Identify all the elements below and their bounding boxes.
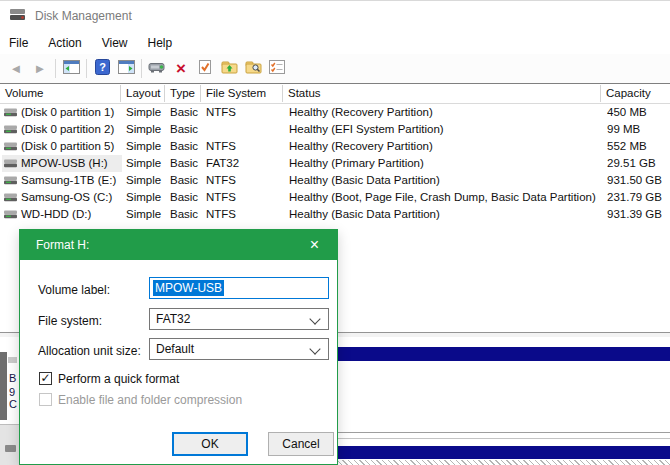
disk-panel-edge xyxy=(0,352,7,420)
quick-format-checkbox[interactable]: ✓ xyxy=(39,372,52,385)
selected-text: MPOW-USB xyxy=(153,280,224,296)
column-header-volume[interactable]: Volume xyxy=(0,85,121,102)
allocation-unit-value: Default xyxy=(156,342,194,356)
toolbar: ◄ ► ? × xyxy=(0,54,670,84)
window-title: Disk Management xyxy=(35,9,132,23)
file-system-cell: NTFS xyxy=(206,138,281,155)
status-cell: Healthy (Basic Data Partition) xyxy=(289,172,603,189)
disk-management-window: Disk Management File Action View Help ◄ … xyxy=(0,0,670,465)
allocation-unit-label: Allocation unit size: xyxy=(38,344,141,358)
properties-button[interactable] xyxy=(193,57,217,81)
disk-panel-text-fragment: 9 xyxy=(9,386,15,398)
type-cell: Basic xyxy=(170,121,202,138)
volume-icon xyxy=(4,159,17,168)
type-cell: Basic xyxy=(170,172,202,189)
cancel-button[interactable]: Cancel xyxy=(268,432,334,456)
volume-cell: (Disk 0 partition 2) xyxy=(2,121,122,138)
table-row[interactable]: (Disk 0 partition 5) Simple Basic NTFS H… xyxy=(0,138,670,155)
console-tree-button[interactable] xyxy=(59,57,83,81)
volume-cell: MPOW-USB (H:) xyxy=(2,155,122,172)
device-button[interactable] xyxy=(145,57,169,81)
volume-icon xyxy=(4,108,17,117)
capacity-cell: 552 MB xyxy=(607,138,669,155)
partition-bar[interactable] xyxy=(338,347,670,361)
list-rows: (Disk 0 partition 1) Simple Basic NTFS H… xyxy=(0,104,670,223)
status-cell: Healthy (EFI System Partition) xyxy=(289,121,603,138)
folder-explore-button[interactable] xyxy=(241,57,265,81)
action-pane-icon xyxy=(118,60,135,78)
file-system-dropdown[interactable]: FAT32 xyxy=(149,308,329,330)
volume-label-label: Volume label: xyxy=(38,283,110,297)
chevron-down-icon xyxy=(309,343,320,354)
table-row[interactable]: Samsung-1TB (E:) Simple Basic NTFS Healt… xyxy=(0,172,670,189)
folder-up-button[interactable] xyxy=(217,57,241,81)
column-header-file-system[interactable]: File System xyxy=(201,85,283,102)
compression-label: Enable file and folder compression xyxy=(58,393,242,407)
task-list-button[interactable] xyxy=(265,57,289,81)
type-cell: Basic xyxy=(170,189,202,206)
file-system-cell: FAT32 xyxy=(206,155,281,172)
partition-bar[interactable] xyxy=(338,446,670,459)
ok-button[interactable]: OK xyxy=(172,432,248,456)
volume-cell: (Disk 0 partition 5) xyxy=(2,138,122,155)
status-cell: Healthy (Primary Partition) xyxy=(289,155,603,172)
file-system-cell: NTFS xyxy=(206,189,281,206)
menu-action[interactable]: Action xyxy=(38,33,91,53)
delete-button[interactable]: × xyxy=(169,57,193,81)
window-titlebar: Disk Management xyxy=(0,1,670,31)
disk-icon-fragment xyxy=(5,445,16,452)
dialog-titlebar: Format H: × xyxy=(20,230,337,260)
layout-cell: Simple xyxy=(126,138,166,155)
status-cell: Healthy (Recovery Partition) xyxy=(289,138,603,155)
column-header-type[interactable]: Type xyxy=(165,85,201,102)
table-row[interactable]: WD-HDD (D:) Simple Basic NTFS Healthy (B… xyxy=(0,206,670,223)
back-button[interactable]: ◄ xyxy=(4,57,28,81)
volume-icon xyxy=(4,176,17,185)
disk-row-divider xyxy=(338,432,670,433)
volume-icon xyxy=(4,142,17,151)
volume-cell: Samsung-1TB (E:) xyxy=(2,172,122,189)
volume-icon xyxy=(4,193,17,202)
action-pane-button[interactable] xyxy=(114,57,138,81)
checkmark-icon: ✓ xyxy=(40,371,50,385)
check-document-icon xyxy=(198,59,212,79)
column-header-layout[interactable]: Layout xyxy=(121,85,165,102)
file-system-cell: NTFS xyxy=(206,206,281,223)
table-row[interactable]: (Disk 0 partition 2) Simple Basic Health… xyxy=(0,121,670,138)
chevron-down-icon xyxy=(309,313,320,324)
volume-icon xyxy=(4,125,17,134)
task-list-icon xyxy=(269,60,285,78)
menu-view[interactable]: View xyxy=(92,33,138,53)
capacity-cell: 931.39 GB xyxy=(607,206,669,223)
status-cell: Healthy (Boot, Page File, Crash Dump, Ba… xyxy=(289,189,603,206)
console-tree-icon xyxy=(63,60,80,78)
menu-help[interactable]: Help xyxy=(138,33,183,53)
capacity-cell: 29.51 GB xyxy=(607,155,669,172)
type-cell: Basic xyxy=(170,138,202,155)
disk-panel-fragment xyxy=(8,357,17,363)
table-row[interactable]: Samsung-OS (C:) Simple Basic NTFS Health… xyxy=(0,189,670,206)
volume-label-input[interactable]: MPOW-USB xyxy=(149,277,329,299)
close-button[interactable]: × xyxy=(292,230,337,260)
disk-row-divider xyxy=(338,438,670,439)
allocation-unit-dropdown[interactable]: Default xyxy=(149,338,329,360)
disk-panel-text-fragment: C xyxy=(9,398,17,410)
column-header-status[interactable]: Status xyxy=(283,85,601,102)
forward-button[interactable]: ► xyxy=(28,57,52,81)
folder-up-icon xyxy=(221,60,238,78)
table-row[interactable]: (Disk 0 partition 1) Simple Basic NTFS H… xyxy=(0,104,670,121)
file-system-value: FAT32 xyxy=(156,312,190,326)
file-system-label: File system: xyxy=(38,314,102,328)
device-icon xyxy=(148,60,166,78)
menu-file[interactable]: File xyxy=(0,33,38,53)
help-button[interactable]: ? xyxy=(90,57,114,81)
table-row-selected[interactable]: MPOW-USB (H:) Simple Basic FAT32 Healthy… xyxy=(0,155,670,172)
file-system-cell: NTFS xyxy=(206,104,281,121)
volume-cell: WD-HDD (D:) xyxy=(2,206,122,223)
compression-checkbox[interactable] xyxy=(39,393,52,406)
forward-icon: ► xyxy=(34,62,47,75)
layout-cell: Simple xyxy=(126,189,166,206)
quick-format-label: Perform a quick format xyxy=(58,372,179,386)
column-header-capacity[interactable]: Capacity xyxy=(601,85,670,102)
type-cell: Basic xyxy=(170,104,202,121)
